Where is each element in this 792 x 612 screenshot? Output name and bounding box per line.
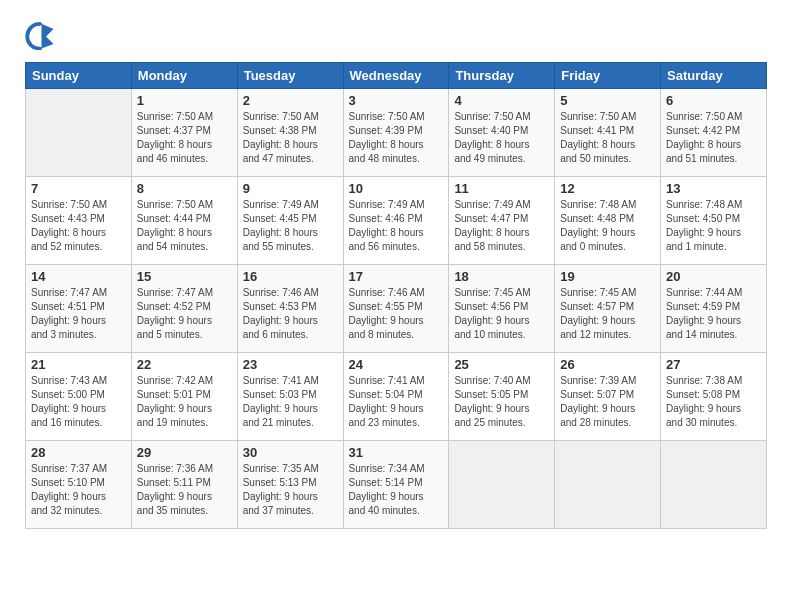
day-cell: 11Sunrise: 7:49 AM Sunset: 4:47 PM Dayli…	[449, 177, 555, 265]
day-cell: 24Sunrise: 7:41 AM Sunset: 5:04 PM Dayli…	[343, 353, 449, 441]
day-info: Sunrise: 7:47 AM Sunset: 4:51 PM Dayligh…	[31, 286, 126, 342]
day-info: Sunrise: 7:46 AM Sunset: 4:55 PM Dayligh…	[349, 286, 444, 342]
day-cell: 4Sunrise: 7:50 AM Sunset: 4:40 PM Daylig…	[449, 89, 555, 177]
logo	[25, 20, 59, 50]
day-cell: 21Sunrise: 7:43 AM Sunset: 5:00 PM Dayli…	[26, 353, 132, 441]
day-number: 25	[454, 357, 549, 372]
header-cell-tuesday: Tuesday	[237, 63, 343, 89]
day-info: Sunrise: 7:38 AM Sunset: 5:08 PM Dayligh…	[666, 374, 761, 430]
day-cell	[555, 441, 661, 529]
day-info: Sunrise: 7:50 AM Sunset: 4:42 PM Dayligh…	[666, 110, 761, 166]
day-info: Sunrise: 7:50 AM Sunset: 4:39 PM Dayligh…	[349, 110, 444, 166]
day-info: Sunrise: 7:40 AM Sunset: 5:05 PM Dayligh…	[454, 374, 549, 430]
day-cell	[661, 441, 767, 529]
day-number: 8	[137, 181, 232, 196]
day-number: 22	[137, 357, 232, 372]
header-cell-thursday: Thursday	[449, 63, 555, 89]
day-cell: 9Sunrise: 7:49 AM Sunset: 4:45 PM Daylig…	[237, 177, 343, 265]
calendar-body: 1Sunrise: 7:50 AM Sunset: 4:37 PM Daylig…	[26, 89, 767, 529]
week-row-2: 7Sunrise: 7:50 AM Sunset: 4:43 PM Daylig…	[26, 177, 767, 265]
day-number: 12	[560, 181, 655, 196]
day-cell: 8Sunrise: 7:50 AM Sunset: 4:44 PM Daylig…	[131, 177, 237, 265]
page: SundayMondayTuesdayWednesdayThursdayFrid…	[0, 0, 792, 612]
day-number: 29	[137, 445, 232, 460]
day-cell: 29Sunrise: 7:36 AM Sunset: 5:11 PM Dayli…	[131, 441, 237, 529]
day-number: 3	[349, 93, 444, 108]
day-cell: 10Sunrise: 7:49 AM Sunset: 4:46 PM Dayli…	[343, 177, 449, 265]
day-cell: 18Sunrise: 7:45 AM Sunset: 4:56 PM Dayli…	[449, 265, 555, 353]
day-number: 21	[31, 357, 126, 372]
day-cell: 19Sunrise: 7:45 AM Sunset: 4:57 PM Dayli…	[555, 265, 661, 353]
day-number: 30	[243, 445, 338, 460]
day-cell: 27Sunrise: 7:38 AM Sunset: 5:08 PM Dayli…	[661, 353, 767, 441]
day-cell: 13Sunrise: 7:48 AM Sunset: 4:50 PM Dayli…	[661, 177, 767, 265]
header-cell-sunday: Sunday	[26, 63, 132, 89]
calendar-table: SundayMondayTuesdayWednesdayThursdayFrid…	[25, 62, 767, 529]
header-cell-monday: Monday	[131, 63, 237, 89]
day-cell: 16Sunrise: 7:46 AM Sunset: 4:53 PM Dayli…	[237, 265, 343, 353]
day-info: Sunrise: 7:39 AM Sunset: 5:07 PM Dayligh…	[560, 374, 655, 430]
day-number: 23	[243, 357, 338, 372]
day-number: 27	[666, 357, 761, 372]
day-number: 5	[560, 93, 655, 108]
day-number: 20	[666, 269, 761, 284]
day-number: 4	[454, 93, 549, 108]
header-row: SundayMondayTuesdayWednesdayThursdayFrid…	[26, 63, 767, 89]
day-cell	[449, 441, 555, 529]
day-cell: 26Sunrise: 7:39 AM Sunset: 5:07 PM Dayli…	[555, 353, 661, 441]
day-number: 10	[349, 181, 444, 196]
day-info: Sunrise: 7:37 AM Sunset: 5:10 PM Dayligh…	[31, 462, 126, 518]
day-info: Sunrise: 7:43 AM Sunset: 5:00 PM Dayligh…	[31, 374, 126, 430]
day-number: 18	[454, 269, 549, 284]
day-info: Sunrise: 7:50 AM Sunset: 4:41 PM Dayligh…	[560, 110, 655, 166]
day-cell: 7Sunrise: 7:50 AM Sunset: 4:43 PM Daylig…	[26, 177, 132, 265]
day-cell: 6Sunrise: 7:50 AM Sunset: 4:42 PM Daylig…	[661, 89, 767, 177]
day-cell: 17Sunrise: 7:46 AM Sunset: 4:55 PM Dayli…	[343, 265, 449, 353]
day-info: Sunrise: 7:36 AM Sunset: 5:11 PM Dayligh…	[137, 462, 232, 518]
day-cell: 20Sunrise: 7:44 AM Sunset: 4:59 PM Dayli…	[661, 265, 767, 353]
day-number: 7	[31, 181, 126, 196]
day-info: Sunrise: 7:41 AM Sunset: 5:03 PM Dayligh…	[243, 374, 338, 430]
day-number: 24	[349, 357, 444, 372]
day-info: Sunrise: 7:47 AM Sunset: 4:52 PM Dayligh…	[137, 286, 232, 342]
day-cell: 25Sunrise: 7:40 AM Sunset: 5:05 PM Dayli…	[449, 353, 555, 441]
day-cell: 2Sunrise: 7:50 AM Sunset: 4:38 PM Daylig…	[237, 89, 343, 177]
day-cell: 15Sunrise: 7:47 AM Sunset: 4:52 PM Dayli…	[131, 265, 237, 353]
header-cell-saturday: Saturday	[661, 63, 767, 89]
day-info: Sunrise: 7:49 AM Sunset: 4:47 PM Dayligh…	[454, 198, 549, 254]
day-info: Sunrise: 7:50 AM Sunset: 4:38 PM Dayligh…	[243, 110, 338, 166]
header-cell-friday: Friday	[555, 63, 661, 89]
day-number: 31	[349, 445, 444, 460]
day-cell: 28Sunrise: 7:37 AM Sunset: 5:10 PM Dayli…	[26, 441, 132, 529]
day-cell	[26, 89, 132, 177]
day-info: Sunrise: 7:44 AM Sunset: 4:59 PM Dayligh…	[666, 286, 761, 342]
day-info: Sunrise: 7:48 AM Sunset: 4:48 PM Dayligh…	[560, 198, 655, 254]
day-number: 26	[560, 357, 655, 372]
day-info: Sunrise: 7:35 AM Sunset: 5:13 PM Dayligh…	[243, 462, 338, 518]
header	[25, 20, 767, 50]
day-cell: 31Sunrise: 7:34 AM Sunset: 5:14 PM Dayli…	[343, 441, 449, 529]
day-cell: 3Sunrise: 7:50 AM Sunset: 4:39 PM Daylig…	[343, 89, 449, 177]
day-cell: 23Sunrise: 7:41 AM Sunset: 5:03 PM Dayli…	[237, 353, 343, 441]
day-number: 6	[666, 93, 761, 108]
calendar-header: SundayMondayTuesdayWednesdayThursdayFrid…	[26, 63, 767, 89]
day-info: Sunrise: 7:34 AM Sunset: 5:14 PM Dayligh…	[349, 462, 444, 518]
week-row-5: 28Sunrise: 7:37 AM Sunset: 5:10 PM Dayli…	[26, 441, 767, 529]
day-info: Sunrise: 7:48 AM Sunset: 4:50 PM Dayligh…	[666, 198, 761, 254]
day-info: Sunrise: 7:50 AM Sunset: 4:43 PM Dayligh…	[31, 198, 126, 254]
week-row-1: 1Sunrise: 7:50 AM Sunset: 4:37 PM Daylig…	[26, 89, 767, 177]
logo-icon	[25, 20, 55, 50]
day-cell: 30Sunrise: 7:35 AM Sunset: 5:13 PM Dayli…	[237, 441, 343, 529]
day-number: 9	[243, 181, 338, 196]
day-info: Sunrise: 7:45 AM Sunset: 4:57 PM Dayligh…	[560, 286, 655, 342]
week-row-4: 21Sunrise: 7:43 AM Sunset: 5:00 PM Dayli…	[26, 353, 767, 441]
day-cell: 14Sunrise: 7:47 AM Sunset: 4:51 PM Dayli…	[26, 265, 132, 353]
week-row-3: 14Sunrise: 7:47 AM Sunset: 4:51 PM Dayli…	[26, 265, 767, 353]
day-number: 19	[560, 269, 655, 284]
day-number: 2	[243, 93, 338, 108]
day-info: Sunrise: 7:42 AM Sunset: 5:01 PM Dayligh…	[137, 374, 232, 430]
day-cell: 22Sunrise: 7:42 AM Sunset: 5:01 PM Dayli…	[131, 353, 237, 441]
day-info: Sunrise: 7:41 AM Sunset: 5:04 PM Dayligh…	[349, 374, 444, 430]
day-info: Sunrise: 7:49 AM Sunset: 4:45 PM Dayligh…	[243, 198, 338, 254]
day-info: Sunrise: 7:49 AM Sunset: 4:46 PM Dayligh…	[349, 198, 444, 254]
